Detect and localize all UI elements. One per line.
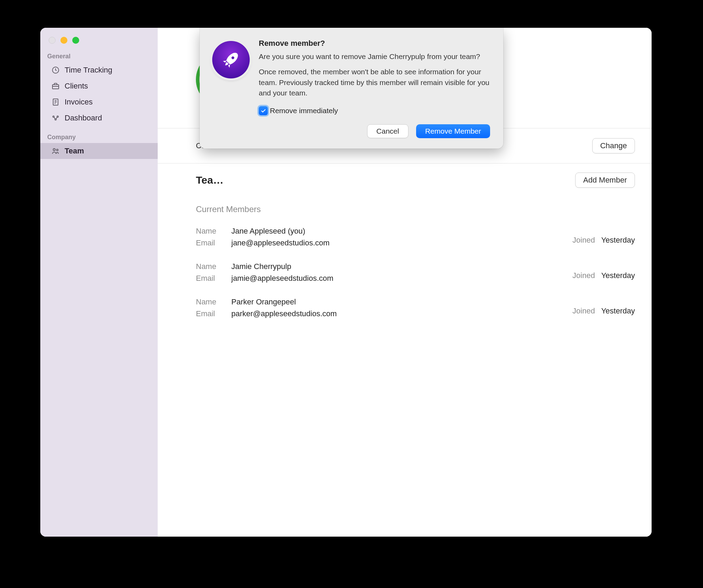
svg-point-6: [53, 149, 55, 151]
svg-point-7: [57, 149, 58, 151]
sidebar-item-clients[interactable]: Clients: [40, 78, 158, 94]
member-email: jane@appleseedstudios.com: [231, 238, 330, 247]
add-member-button[interactable]: Add Member: [575, 173, 635, 188]
rocket-app-icon: [212, 41, 250, 78]
window-controls: [40, 31, 158, 51]
field-label-email: Email: [196, 274, 224, 283]
member-name: Parker Orangepeel: [231, 297, 296, 306]
sidebar-item-label: Clients: [65, 82, 88, 91]
sidebar-item-time-tracking[interactable]: Time Tracking: [40, 62, 158, 78]
sidebar-section-general: General: [40, 51, 158, 62]
svg-point-3: [53, 116, 54, 117]
member-email: jamie@appleseedstudios.com: [231, 274, 333, 283]
team-icon: [51, 146, 60, 156]
remove-immediately-label: Remove immediately: [270, 107, 338, 115]
member-row: NameJamie Cherrypulp Emailjamie@applesee…: [196, 251, 635, 286]
dialog-buttons: Cancel Remove Member: [259, 124, 490, 138]
remove-member-confirm-button[interactable]: Remove Member: [416, 124, 490, 138]
sidebar: General Time Tracking Clients Invoices D…: [40, 28, 158, 537]
minimize-window-button[interactable]: [60, 37, 67, 44]
team-header: Tea… Add Member: [158, 163, 652, 191]
clock-icon: [51, 65, 60, 75]
change-button[interactable]: Change: [592, 138, 635, 153]
member-joined: Yesterday: [601, 306, 635, 316]
field-label-email: Email: [196, 238, 224, 247]
field-label-joined: Joined: [572, 306, 595, 316]
member-email: parker@appleseedstudios.com: [231, 309, 337, 318]
team-title: Tea…: [196, 174, 223, 186]
member-row: NameJane Appleseed (you) Emailjane@apple…: [196, 216, 635, 251]
svg-point-5: [57, 116, 58, 117]
invoice-icon: [51, 97, 60, 107]
sidebar-item-label: Invoices: [65, 98, 93, 107]
sidebar-item-dashboard[interactable]: Dashboard: [40, 110, 158, 126]
remove-member-dialog: Remove member? Are you sure you want to …: [200, 28, 503, 149]
sidebar-item-label: Time Tracking: [65, 66, 112, 75]
dialog-text-2: Once removed, the member won't be able t…: [259, 67, 490, 98]
briefcase-icon: [51, 81, 60, 91]
sidebar-item-invoices[interactable]: Invoices: [40, 94, 158, 110]
sidebar-item-label: Dashboard: [65, 114, 102, 123]
field-label-name: Name: [196, 262, 224, 271]
current-members-heading: Current Members: [158, 191, 652, 216]
field-label-joined: Joined: [572, 236, 595, 245]
field-label-name: Name: [196, 227, 224, 236]
member-name: Jane Appleseed (you): [231, 227, 305, 236]
dialog-body: Remove member? Are you sure you want to …: [259, 39, 490, 138]
field-label-email: Email: [196, 309, 224, 318]
dashboard-icon: [51, 113, 60, 123]
member-joined: Yesterday: [601, 271, 635, 280]
remove-immediately-checkbox[interactable]: [259, 106, 268, 115]
dialog-text-1: Are you sure you want to remove Jamie Ch…: [259, 51, 490, 62]
dialog-title: Remove member?: [259, 39, 490, 48]
member-row: NameParker Orangepeel Emailparker@apples…: [196, 286, 635, 322]
field-label-joined: Joined: [572, 271, 595, 280]
sidebar-item-label: Team: [65, 146, 84, 156]
cancel-button[interactable]: Cancel: [367, 124, 408, 138]
member-name: Jamie Cherrypulp: [231, 262, 291, 271]
maximize-window-button[interactable]: [72, 37, 79, 44]
field-label-name: Name: [196, 297, 224, 306]
member-joined: Yesterday: [601, 236, 635, 245]
svg-point-4: [55, 119, 56, 120]
sidebar-section-company: Company: [40, 132, 158, 143]
members-list: NameJane Appleseed (you) Emailjane@apple…: [158, 216, 652, 336]
remove-immediately-row[interactable]: Remove immediately: [259, 106, 490, 115]
close-window-button[interactable]: [49, 37, 56, 44]
sidebar-item-team[interactable]: Team: [40, 143, 158, 159]
